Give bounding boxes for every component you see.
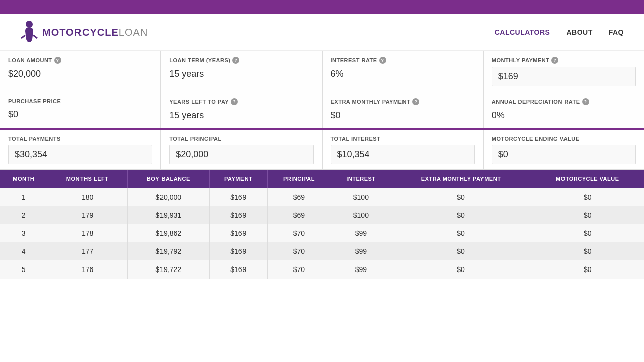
main-nav: CALCULATORS ABOUT FAQ bbox=[495, 28, 624, 36]
table-cell: $100 bbox=[331, 206, 391, 224]
table-cell: $99 bbox=[331, 242, 391, 260]
table-cell: $0 bbox=[531, 260, 644, 279]
col-extra-monthly: EXTRA MONTHLY PAYMENT bbox=[391, 170, 531, 188]
purchase-price-group: PURCHASE PRICE bbox=[0, 92, 161, 128]
interest-rate-info-icon[interactable]: ? bbox=[379, 57, 386, 64]
extra-monthly-group: EXTRA MONTHLY PAYMENT ? bbox=[323, 92, 484, 128]
col-payment: PAYMENT bbox=[209, 170, 267, 188]
table-cell: $99 bbox=[331, 224, 391, 242]
table-cell: $0 bbox=[531, 224, 644, 242]
years-left-input[interactable] bbox=[169, 108, 313, 123]
calculator-inputs: LOAN AMOUNT ? LOAN TERM (YEARS) ? INTERE… bbox=[0, 51, 644, 128]
total-payments-value: $30,354 bbox=[8, 145, 152, 164]
logo-icon bbox=[20, 20, 38, 44]
loan-term-input[interactable] bbox=[169, 67, 313, 81]
table-header-row: MONTH MONTHS LEFT BOY BALANCE PAYMENT PR… bbox=[0, 170, 644, 188]
loan-term-group: LOAN TERM (YEARS) ? bbox=[161, 51, 322, 92]
loan-amount-input[interactable] bbox=[8, 67, 152, 81]
table-cell: $19,862 bbox=[127, 224, 209, 242]
table-cell: 177 bbox=[47, 242, 127, 260]
table-cell: 5 bbox=[0, 260, 47, 279]
total-interest-label: TOTAL INTEREST bbox=[331, 136, 475, 142]
amortization-table: MONTH MONTHS LEFT BOY BALANCE PAYMENT PR… bbox=[0, 170, 644, 279]
table-cell: $70 bbox=[267, 224, 331, 242]
table-cell: $169 bbox=[209, 242, 267, 260]
table-row: 4177$19,792$169$70$99$0$0 bbox=[0, 242, 644, 260]
summary-row: TOTAL PAYMENTS $30,354 TOTAL PRINCIPAL $… bbox=[0, 130, 644, 170]
loan-amount-group: LOAN AMOUNT ? bbox=[0, 51, 161, 92]
logo[interactable]: MOTORCYCLELOAN bbox=[20, 20, 148, 44]
monthly-payment-value: $169 bbox=[492, 67, 636, 86]
table-cell: $69 bbox=[267, 206, 331, 224]
extra-monthly-info-icon[interactable]: ? bbox=[412, 98, 419, 105]
total-interest-group: TOTAL INTEREST $10,354 bbox=[323, 130, 484, 169]
loan-term-info-icon[interactable]: ? bbox=[232, 57, 239, 64]
table-cell: 4 bbox=[0, 242, 47, 260]
table-cell: $169 bbox=[209, 188, 267, 206]
table-cell: $0 bbox=[391, 242, 531, 260]
table-cell: 2 bbox=[0, 206, 47, 224]
total-payments-label: TOTAL PAYMENTS bbox=[8, 136, 152, 142]
table-cell: $169 bbox=[209, 260, 267, 279]
total-principal-group: TOTAL PRINCIPAL $20,000 bbox=[161, 130, 322, 169]
interest-rate-input[interactable] bbox=[331, 67, 475, 81]
logo-text: MOTORCYCLELOAN bbox=[42, 27, 148, 38]
table-header: MONTH MONTHS LEFT BOY BALANCE PAYMENT PR… bbox=[0, 170, 644, 188]
table-cell: $19,722 bbox=[127, 260, 209, 279]
total-principal-label: TOTAL PRINCIPAL bbox=[169, 136, 313, 142]
table-cell: $19,931 bbox=[127, 206, 209, 224]
total-interest-value: $10,354 bbox=[331, 145, 475, 164]
col-month: MONTH bbox=[0, 170, 47, 188]
table-cell: $169 bbox=[209, 224, 267, 242]
purchase-price-label: PURCHASE PRICE bbox=[8, 98, 152, 104]
svg-line-2 bbox=[33, 35, 37, 38]
years-left-info-icon[interactable]: ? bbox=[231, 98, 238, 105]
table-body: 1180$20,000$169$69$100$0$02179$19,931$16… bbox=[0, 188, 644, 279]
hero-section: LOAN AMOUNT ? LOAN TERM (YEARS) ? INTERE… bbox=[0, 51, 644, 130]
ending-value-value: $0 bbox=[492, 145, 636, 164]
col-motorcycle-value: MOTORCYCLE VALUE bbox=[531, 170, 644, 188]
interest-rate-group: INTEREST RATE ? bbox=[323, 51, 484, 92]
total-principal-value: $20,000 bbox=[169, 145, 313, 164]
ending-value-group: MOTORCYCLE ENDING VALUE $0 bbox=[484, 130, 644, 169]
interest-rate-label: INTEREST RATE ? bbox=[331, 57, 475, 64]
extra-monthly-input[interactable] bbox=[331, 108, 475, 123]
table-row: 3178$19,862$169$70$99$0$0 bbox=[0, 224, 644, 242]
input-row-1: LOAN AMOUNT ? LOAN TERM (YEARS) ? INTERE… bbox=[0, 51, 644, 92]
table-cell: $70 bbox=[267, 260, 331, 279]
table-cell: $0 bbox=[531, 188, 644, 206]
header: MOTORCYCLELOAN CALCULATORS ABOUT FAQ bbox=[0, 14, 644, 51]
annual-depreciation-label: ANNUAL DEPRECIATION RATE ? bbox=[492, 98, 636, 105]
table-cell: 178 bbox=[47, 224, 127, 242]
table-cell: $0 bbox=[531, 242, 644, 260]
annual-depreciation-group: ANNUAL DEPRECIATION RATE ? bbox=[484, 92, 644, 128]
table-cell: $169 bbox=[209, 206, 267, 224]
loan-amount-label: LOAN AMOUNT ? bbox=[8, 57, 152, 64]
table-row: 5176$19,722$169$70$99$0$0 bbox=[0, 260, 644, 279]
loan-amount-info-icon[interactable]: ? bbox=[54, 57, 61, 64]
table-cell: 179 bbox=[47, 206, 127, 224]
monthly-payment-group: MONTHLY PAYMENT ? $169 bbox=[484, 51, 644, 92]
table-cell: $0 bbox=[391, 260, 531, 279]
years-left-group: YEARS LEFT TO PAY ? bbox=[161, 92, 322, 128]
table-cell: $0 bbox=[391, 206, 531, 224]
nav-calculators[interactable]: CALCULATORS bbox=[495, 28, 550, 36]
table-cell: $100 bbox=[331, 188, 391, 206]
table-cell: $69 bbox=[267, 188, 331, 206]
monthly-payment-info-icon[interactable]: ? bbox=[551, 57, 558, 64]
annual-depreciation-input[interactable] bbox=[492, 108, 636, 123]
input-row-2: PURCHASE PRICE YEARS LEFT TO PAY ? EXTRA… bbox=[0, 92, 644, 128]
purchase-price-input[interactable] bbox=[8, 107, 152, 122]
table-cell: $0 bbox=[391, 224, 531, 242]
col-boy-balance: BOY BALANCE bbox=[127, 170, 209, 188]
table-row: 1180$20,000$169$69$100$0$0 bbox=[0, 188, 644, 206]
table-cell: $0 bbox=[391, 188, 531, 206]
col-interest: INTEREST bbox=[331, 170, 391, 188]
extra-monthly-label: EXTRA MONTHLY PAYMENT ? bbox=[331, 98, 475, 105]
annual-depreciation-info-icon[interactable]: ? bbox=[582, 98, 589, 105]
table-cell: 3 bbox=[0, 224, 47, 242]
table-cell: $70 bbox=[267, 242, 331, 260]
nav-about[interactable]: ABOUT bbox=[566, 28, 592, 36]
table-cell: $0 bbox=[531, 206, 644, 224]
nav-faq[interactable]: FAQ bbox=[609, 28, 624, 36]
